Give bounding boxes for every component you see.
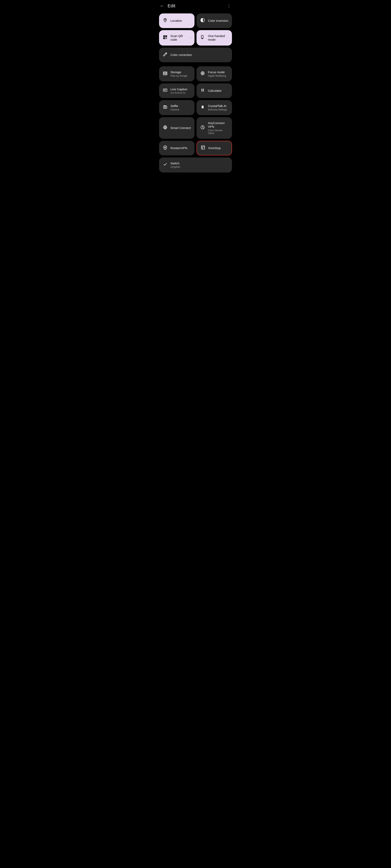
live-caption-text: Live Caption nce Android Sy: [170, 88, 191, 94]
tile-one-handed[interactable]: One-handed mode: [197, 30, 232, 45]
svg-rect-9: [166, 38, 167, 38]
row-2: Scan QR code › One-handed mode: [159, 30, 232, 45]
row-4: Storage Files by Google Focus mode Digit…: [159, 66, 232, 81]
anyconnect-text: AnyConnect VPN Cisco Secure Client: [208, 121, 229, 135]
anyconnect-icon: [200, 125, 205, 131]
more-options-button[interactable]: ⋮: [227, 3, 231, 8]
tile-focus-mode[interactable]: Focus mode Digital Wellbeing: [197, 66, 232, 81]
tile-location[interactable]: Location: [159, 13, 194, 28]
crystaltalk-icon: [200, 105, 205, 111]
color-correction-label: Color correction: [170, 53, 229, 57]
tile-smart-connect[interactable]: Smart Connect: [159, 117, 194, 139]
location-icon: [162, 18, 168, 24]
tile-switch[interactable]: Switch v2rayNG: [159, 157, 232, 173]
anyconnect-sub: Cisco Secure Client: [208, 129, 229, 135]
qr-icon: [162, 35, 168, 41]
tile-storage[interactable]: Storage Files by Google: [159, 66, 194, 81]
svg-point-28: [164, 106, 166, 108]
focus-mode-sub: Digital Wellbeing: [208, 74, 229, 77]
row-8: RostamVPN KineStop: [159, 141, 232, 155]
storage-label: Storage: [170, 70, 191, 74]
svg-point-18: [202, 73, 203, 74]
selfie-sub: Camera: [170, 108, 191, 111]
tile-live-caption[interactable]: Live Caption nce Android Sy: [159, 84, 194, 98]
scan-qr-text: Scan QR code: [170, 34, 188, 41]
one-handed-text: One-handed mode: [208, 34, 229, 41]
svg-rect-20: [163, 89, 167, 92]
back-button[interactable]: ←: [160, 3, 164, 8]
tile-scan-qr[interactable]: Scan QR code ›: [159, 30, 194, 45]
switch-sub: v2rayNG: [170, 165, 229, 168]
tile-rostam[interactable]: RostamVPN: [159, 141, 194, 155]
svg-rect-11: [166, 38, 167, 39]
location-text: Location: [170, 19, 191, 23]
smart-connect-label: Smart Connect: [170, 126, 191, 130]
rostam-label: RostamVPN: [170, 146, 191, 150]
svg-rect-15: [163, 73, 167, 74]
kinestop-text: KineStop: [208, 146, 228, 150]
focus-mode-label: Focus mode: [208, 70, 229, 74]
svg-point-26: [203, 91, 204, 91]
color-inversion-label: Color inversion: [208, 19, 229, 23]
storage-icon: [162, 71, 168, 77]
svg-point-19: [202, 72, 204, 74]
header-left: ← Edit: [160, 3, 175, 8]
svg-rect-16: [163, 74, 167, 75]
color-inversion-icon: [200, 18, 205, 24]
location-label: Location: [170, 19, 191, 23]
smart-connect-icon: [162, 125, 168, 131]
svg-point-25: [202, 91, 202, 91]
svg-rect-10: [166, 38, 166, 39]
smart-connect-text: Smart Connect: [170, 126, 191, 130]
selfie-label: Selfie: [170, 104, 191, 108]
focus-mode-icon: [200, 71, 205, 77]
tile-calculator[interactable]: Calculator: [197, 84, 232, 98]
row-1: Location Color inversion: [159, 13, 232, 28]
row-9: Switch v2rayNG: [159, 157, 232, 173]
live-caption-label: Live Caption: [170, 88, 191, 91]
scan-qr-label: Scan QR code: [170, 34, 188, 41]
color-inversion-text: Color inversion: [208, 19, 229, 23]
live-caption-icon: [162, 88, 168, 94]
switch-label: Switch: [170, 161, 229, 165]
row-6: Selfie Camera CrystalTalk AI Motorola Se…: [159, 100, 232, 115]
tile-crystaltalk[interactable]: CrystalTalk AI Motorola Settings: [197, 100, 232, 115]
selfie-text: Selfie Camera: [170, 104, 191, 111]
rostam-icon: [162, 145, 168, 151]
svg-rect-14: [163, 72, 167, 73]
tile-selfie[interactable]: Selfie Camera: [159, 100, 194, 115]
color-correction-icon: [162, 52, 168, 58]
selfie-icon: [162, 105, 168, 111]
tile-kinestop[interactable]: KineStop: [197, 141, 232, 155]
svg-rect-6: [164, 38, 165, 39]
tile-color-inversion[interactable]: Color inversion: [197, 13, 232, 28]
calculator-icon: [200, 88, 205, 94]
tile-color-correction[interactable]: Color correction: [159, 48, 232, 62]
content-area: Location Color inversion: [156, 12, 235, 178]
color-correction-text: Color correction: [170, 53, 229, 57]
crystaltalk-sub: Motorola Settings: [208, 108, 229, 111]
svg-point-23: [202, 89, 202, 90]
row-7: Smart Connect AnyConnect VPN Cisco Secur…: [159, 117, 232, 139]
row-3: Color correction: [159, 48, 232, 62]
svg-rect-39: [201, 146, 205, 149]
switch-icon: [162, 162, 168, 168]
svg-point-38: [165, 147, 166, 148]
svg-rect-5: [166, 36, 167, 37]
switch-text: Switch v2rayNG: [170, 161, 229, 168]
crystaltalk-label: CrystalTalk AI: [208, 104, 229, 108]
header: ← Edit ⋮: [156, 0, 235, 12]
svg-point-24: [203, 89, 204, 90]
tile-anyconnect[interactable]: AnyConnect VPN Cisco Secure Client: [197, 117, 232, 139]
svg-rect-29: [164, 105, 165, 106]
kinestop-label: KineStop: [208, 146, 228, 150]
svg-point-0: [165, 19, 166, 20]
page-title: Edit: [168, 3, 175, 8]
one-handed-icon: [200, 35, 205, 41]
scan-qr-arrow: ›: [190, 36, 191, 40]
focus-mode-text: Focus mode Digital Wellbeing: [208, 70, 229, 77]
kinestop-icon: [200, 145, 206, 151]
calculator-label: Calculator: [208, 89, 229, 93]
svg-rect-8: [166, 38, 166, 38]
row-5: Live Caption nce Android Sy Calculator: [159, 84, 232, 98]
